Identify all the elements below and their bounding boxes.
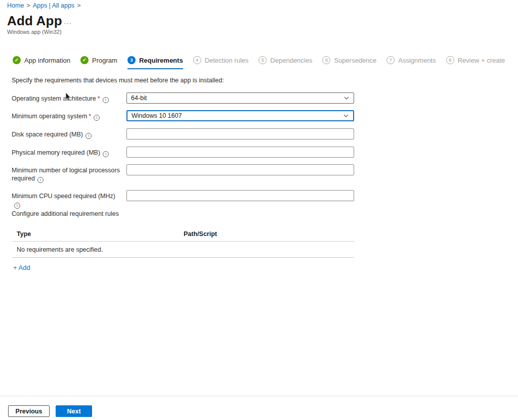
step-program[interactable]: ✓ Program	[80, 56, 117, 68]
label-text: Minimum number of logical processors req…	[12, 167, 120, 182]
step-label: Program	[92, 57, 117, 64]
label-text: Disk space required (MB)	[12, 131, 83, 138]
info-icon[interactable]: i	[103, 151, 109, 157]
previous-button[interactable]: Previous	[8, 405, 50, 417]
column-header-path-script: Path/Script	[184, 230, 217, 238]
chevron-down-icon	[343, 113, 349, 119]
step-label: Supersedence	[334, 57, 376, 64]
label-text: Physical memory required (MB)	[12, 149, 100, 156]
breadcrumb-separator: >	[77, 2, 80, 9]
step-number-icon: 3	[127, 56, 136, 64]
required-marker: *	[89, 113, 91, 120]
minimum-os-select[interactable]: Windows 10 1607	[126, 110, 354, 121]
row-physical-memory: Physical memory required (MB)i	[0, 147, 518, 158]
field-label: Disk space required (MB)i	[12, 130, 123, 139]
chevron-down-icon	[343, 95, 350, 101]
check-icon: ✓	[13, 56, 21, 64]
table-divider	[12, 257, 354, 258]
label-text: Operating system architecture	[12, 95, 96, 102]
step-label: Detection rules	[205, 57, 249, 64]
row-minimum-os: Minimum operating system*i Windows 10 16…	[0, 110, 518, 121]
field-label: Operating system architecture*i	[12, 95, 123, 103]
page-subtitle: Windows app (Win32)	[7, 29, 62, 35]
footer-divider	[0, 396, 518, 396]
next-button[interactable]: Next	[56, 405, 92, 417]
step-number-icon: 5	[258, 56, 267, 64]
required-marker: *	[98, 95, 100, 102]
breadcrumb-separator: >	[26, 2, 30, 9]
select-value: 64-bit	[131, 95, 343, 102]
row-cpu-speed: Minimum CPU speed required (MHz)i	[0, 190, 518, 201]
os-architecture-select[interactable]: 64-bit	[126, 92, 354, 104]
step-detection-rules[interactable]: 4 Detection rules	[193, 56, 249, 68]
step-label: Dependencies	[270, 57, 312, 64]
column-header-type: Type	[17, 230, 31, 238]
step-label: App information	[24, 57, 70, 64]
info-icon[interactable]: i	[94, 115, 100, 121]
step-review-create[interactable]: 8 Review + create	[446, 56, 505, 68]
select-value: Windows 10 1607	[132, 112, 343, 119]
info-icon[interactable]: i	[85, 133, 92, 139]
breadcrumb-home[interactable]: Home	[7, 2, 24, 9]
step-number-icon: 6	[322, 56, 330, 64]
intro-text: Specify the requirements that devices mu…	[12, 77, 224, 84]
label-text: Minimum CPU speed required (MHz)	[12, 193, 115, 200]
step-number-icon: 7	[386, 56, 395, 64]
step-app-information[interactable]: ✓ App information	[13, 56, 70, 68]
physical-memory-input[interactable]	[126, 147, 354, 158]
step-assignments[interactable]: 7 Assignments	[386, 56, 436, 68]
field-label: Minimum number of logical processors req…	[12, 166, 123, 183]
table-divider	[12, 241, 354, 242]
page-title: Add App	[7, 13, 62, 29]
wizard-steps: ✓ App information ✓ Program 3 Requiremen…	[13, 56, 505, 69]
info-icon[interactable]: i	[14, 203, 20, 209]
cpu-speed-input[interactable]	[126, 190, 354, 201]
step-number-icon: 4	[193, 56, 201, 64]
label-text: Minimum operating system	[12, 113, 87, 120]
logical-processors-input[interactable]	[126, 164, 354, 175]
field-label: Minimum operating system*i	[12, 112, 123, 121]
add-requirement-link[interactable]: + Add	[13, 264, 30, 271]
row-logical-processors: Minimum number of logical processors req…	[0, 164, 518, 175]
row-os-architecture: Operating system architecture*i 64-bit	[0, 92, 518, 104]
step-supersedence[interactable]: 6 Supersedence	[322, 56, 376, 68]
step-requirements[interactable]: 3 Requirements	[127, 56, 183, 69]
step-dependencies[interactable]: 5 Dependencies	[258, 56, 312, 68]
row-disk-space: Disk space required (MB)i	[0, 128, 518, 139]
step-label: Requirements	[139, 57, 183, 64]
disk-space-input[interactable]	[126, 128, 354, 139]
step-label: Assignments	[398, 57, 436, 64]
table-empty-message: No requirements are specified.	[17, 246, 103, 253]
more-options-button[interactable]: ···	[64, 19, 72, 27]
info-icon[interactable]: i	[103, 97, 109, 103]
step-label: Review + create	[458, 57, 505, 64]
check-icon: ✓	[80, 56, 89, 64]
field-label: Minimum CPU speed required (MHz)i	[12, 192, 123, 209]
step-number-icon: 8	[446, 56, 454, 64]
field-label: Physical memory required (MB)i	[12, 149, 123, 157]
breadcrumb-all-apps[interactable]: Apps | All apps	[33, 2, 74, 9]
section-title: Configure additional requirement rules	[12, 210, 119, 217]
breadcrumb: Home>Apps | All apps>	[7, 2, 83, 9]
info-icon[interactable]: i	[37, 177, 44, 183]
